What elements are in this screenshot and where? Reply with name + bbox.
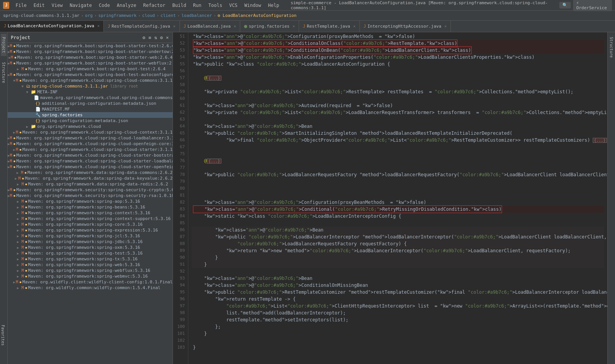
tree-item[interactable]: ▶M▪Maven: org.springframework:spring-jcl… xyxy=(8,233,173,239)
code-content[interactable]: "kw">class="ann">@"color:#a9b7c6;">Confi… xyxy=(188,32,607,364)
tree-item[interactable]: ▶M▪Maven: org.springframework.data:sprin… xyxy=(8,170,173,175)
tree-arrow: ▶ xyxy=(17,211,22,215)
tab-loadbalanced[interactable]: J LoadBalanced.java × xyxy=(180,21,241,32)
tree-item[interactable]: ▶M▪Maven: org.springframework.cloud:spri… xyxy=(8,152,173,158)
tree-item[interactable]: ▶M▪Maven: org.springframework.boot:sprin… xyxy=(8,55,173,60)
tree-item[interactable]: 📄maven.org.springframework.cloud.spring-… xyxy=(8,95,173,101)
tree-item[interactable]: ▶M▪Maven: org.springframework.boot:sprin… xyxy=(8,43,173,49)
tree-item[interactable]: ▶M▪Maven: org.springframework:spring-con… xyxy=(8,216,173,222)
favorites-tab[interactable]: Favorites xyxy=(0,322,6,349)
sidebar-settings-icon[interactable]: ⚙ xyxy=(142,34,146,41)
tree-item[interactable]: 🔧spring.factories xyxy=(8,112,173,118)
breadcrumb-springframework[interactable]: springframework xyxy=(98,13,136,18)
tree-item[interactable]: ▶M▪Maven: org.springframework:spring-con… xyxy=(8,210,173,216)
jar-icon: ▪ xyxy=(13,50,15,54)
tree-item[interactable]: ▶M▪Maven: org.springframework.cloud:spri… xyxy=(8,135,173,141)
maven-icon: M xyxy=(22,67,24,71)
tab-intercepting-http[interactable]: J InterceptingHttpAccessor.java × xyxy=(360,21,451,32)
tab-resttemplate[interactable]: J RestTemplate.java × xyxy=(299,21,360,32)
menu-file[interactable]: File xyxy=(12,2,30,9)
sidebar-collapse-icon[interactable]: ≡ xyxy=(148,34,152,41)
breadcrumb-loadbalancer[interactable]: loadbalancer xyxy=(181,13,212,18)
tab-loadbalancer-autoconfig[interactable]: J LoadBalancerAutoConfiguration.java × xyxy=(0,21,104,32)
structure-tab-left[interactable]: Structure xyxy=(1,59,7,86)
code-line: "kw">return "kw">new "method">"color:#a9… xyxy=(191,247,604,254)
tree-item[interactable]: ▶M▪Maven: org.springframework.data:sprin… xyxy=(8,175,173,181)
sidebar-expand-icon[interactable]: ⇅ xyxy=(153,34,158,41)
project-tab[interactable]: Project xyxy=(1,34,7,56)
code-line xyxy=(191,81,604,88)
tab-close-btn[interactable]: × xyxy=(97,24,100,28)
tree-item[interactable]: ▶M▪Maven: org.springframework:spring-tx:… xyxy=(8,256,173,262)
tree-item[interactable]: ▶M▪Maven: org.springframework:spring-web… xyxy=(8,273,173,279)
tree-item[interactable]: ▶M▪Maven: org.wildfly.common:wildfly-com… xyxy=(8,285,173,291)
order-service-badge[interactable]: ⚡ OrderService xyxy=(573,0,612,11)
tree-item[interactable]: ▶M▪Maven: org.springframework.boot:sprin… xyxy=(8,60,173,66)
search-everywhere[interactable]: 🔍 xyxy=(559,2,571,8)
sidebar-close-icon[interactable]: × xyxy=(165,34,170,41)
code-text: list."method">add(loadBalancerIntercepto… xyxy=(193,309,346,316)
tree-item[interactable]: ▶M▪Maven: org.springframework:spring-web… xyxy=(8,268,173,273)
tree-item[interactable]: ▶M▪Maven: org.springframework.cloud:spri… xyxy=(8,164,173,170)
structure-tab-right[interactable]: Structure xyxy=(608,34,614,61)
menu-build[interactable]: Build xyxy=(169,2,189,9)
tree-item[interactable]: ▶M▪Maven: org.springframework.data:sprin… xyxy=(8,181,173,187)
tree-item[interactable]: ▶M▪Maven: org.springframework.cloud:spri… xyxy=(8,129,173,135)
menu-run[interactable]: Run xyxy=(190,2,204,9)
jar-icon: ▪ xyxy=(25,245,27,250)
tree-item[interactable]: ▶M▪Maven: org.springframework:spring-web… xyxy=(8,262,173,268)
tree-item[interactable]: ▶M▪Maven: org.springframework.boot:sprin… xyxy=(8,66,173,72)
tree-item[interactable]: ▶📁org.springframework.cloud xyxy=(8,124,173,129)
tree-item[interactable]: {}additional-spring-configuration-metada… xyxy=(8,101,173,106)
menu-navigate[interactable]: Navigate xyxy=(66,2,95,9)
tab-resttemplateconfig[interactable]: J RestTemplateConfig.java × xyxy=(104,21,180,32)
menu-edit[interactable]: Edit xyxy=(30,2,48,9)
tree-item[interactable]: ▼📁META-INF xyxy=(8,89,173,95)
tree-arrow: ▼ xyxy=(22,84,26,88)
tree-item[interactable]: ▶M▪Maven: org.springframework.cloud:spri… xyxy=(8,158,173,164)
tree-item[interactable]: ▶M▪Maven: org.springframework:spring-jdb… xyxy=(8,239,173,245)
tree-item[interactable]: ▶M▪Maven: org.springframework:spring-oxm… xyxy=(8,245,173,250)
tree-item[interactable]: {}spring-configuration-metadata.json xyxy=(8,118,173,124)
tree-item[interactable]: ▶M▪Maven: org.springframework.boot:sprin… xyxy=(8,72,173,78)
code-line: "kw">class="ann">@"color:#a9b7c6;">Enabl… xyxy=(191,54,604,61)
tree-item[interactable]: ▶M▪Maven: org.springframework:spring-bea… xyxy=(8,204,173,210)
tree-item[interactable]: ▶M▪Maven: org.springframework.cloud:spri… xyxy=(8,147,173,152)
breadcrumb-class-name[interactable]: ⚙ LoadBalancerAutoConfiguration xyxy=(218,13,296,18)
tab-spring-factories[interactable]: spring.factories × xyxy=(240,21,299,32)
tree-item[interactable]: ▶M▪Maven: org.springframework.security:s… xyxy=(8,193,173,199)
tab-close-btn-3[interactable]: × xyxy=(234,24,236,28)
tree-item[interactable]: ▼M▪Maven: org.springframework.cloud:spri… xyxy=(8,78,173,83)
tree-item[interactable]: ▶M▪Maven: org.wildfly.client:wildfly-cli… xyxy=(8,279,173,285)
menu-code[interactable]: Code xyxy=(96,2,113,9)
tree-item[interactable]: ▶M▪Maven: org.springframework:spring-cor… xyxy=(8,222,173,227)
sidebar-gear-icon[interactable]: ⚙ xyxy=(160,34,164,41)
menu-refactor[interactable]: Refactor xyxy=(140,2,168,9)
tab-close-btn-5[interactable]: × xyxy=(353,24,356,28)
breadcrumb-client[interactable]: client xyxy=(161,13,176,18)
tab-close-btn-2[interactable]: × xyxy=(173,24,176,28)
menu-analyze[interactable]: Analyze xyxy=(114,2,140,9)
menu-help[interactable]: Help xyxy=(265,2,282,9)
menu-window[interactable]: Window xyxy=(241,2,264,9)
menu-tools[interactable]: Tools xyxy=(205,2,225,9)
tree-item[interactable]: ▼🗂spring-cloud-commons-3.1.1.jar library… xyxy=(8,83,173,89)
tab-close-btn-6[interactable]: × xyxy=(444,24,447,28)
breadcrumb-org[interactable]: org xyxy=(85,13,93,18)
tree-item[interactable]: ▶M▪Maven: org.springframework.cloud:spri… xyxy=(8,141,173,147)
line-number: 76 xyxy=(175,157,186,164)
tree-item[interactable]: 📄MANIFEST.MF xyxy=(8,106,173,112)
tree-item[interactable]: ▶M▪Maven: org.springframework:spring-exp… xyxy=(8,227,173,233)
menu-view[interactable]: View xyxy=(48,2,66,9)
breadcrumb-jar[interactable]: spring-cloud-commons-3.1.1.jar xyxy=(3,13,80,18)
menu-vcs[interactable]: VCS xyxy=(226,2,241,9)
tree-item[interactable]: ▶M▪Maven: org.springframework.security:s… xyxy=(8,187,173,193)
jar-icon: ▪ xyxy=(25,222,27,227)
tree-item[interactable]: ▶M▪Maven: org.springframework:spring-tes… xyxy=(8,250,173,256)
code-line: @{...} xyxy=(191,74,604,81)
tab-close-btn-4[interactable]: × xyxy=(293,24,295,28)
breadcrumb-cloud[interactable]: cloud xyxy=(142,13,155,18)
tree-item[interactable]: ▶M▪Maven: org.springframework:spring-aop… xyxy=(8,199,173,204)
tree-item[interactable]: ▶M▪Maven: org.springframework.boot:sprin… xyxy=(8,49,173,55)
tree-item-label: Maven: org.springframework.boot:spring-b… xyxy=(17,55,173,60)
